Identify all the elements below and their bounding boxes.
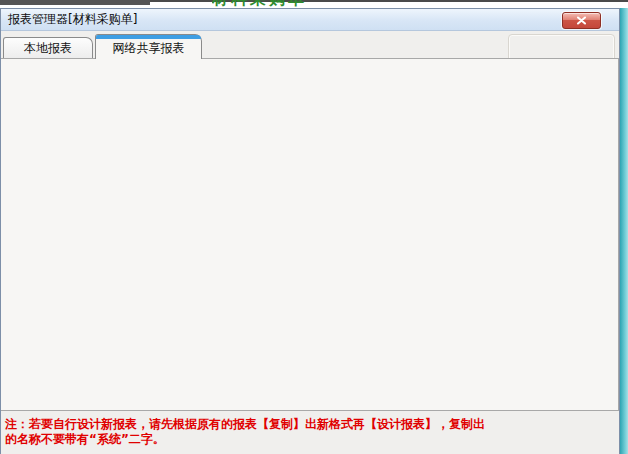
dialog-title: 报表管理器[材料采购单] xyxy=(8,11,137,28)
footer-note-line2: 的名称不要带有“系统”二字。 xyxy=(5,432,565,447)
screen: 材料采购单 报表管理器[材料采购单] 本地报表 网络共享报表 报表样式 xyxy=(0,0,628,454)
close-icon xyxy=(576,14,587,28)
report-manager-dialog: 报表管理器[材料采购单] 本地报表 网络共享报表 报表样式 报表名称 创建人 xyxy=(0,8,620,454)
tab-local-reports[interactable]: 本地报表 xyxy=(3,37,93,59)
active-tab-accent xyxy=(96,35,201,39)
tab-network-shared-reports-label: 网络共享报表 xyxy=(113,40,185,57)
background-window-title: 材料采购单 xyxy=(212,0,352,8)
background-window-strip xyxy=(620,8,628,454)
tab-network-shared-reports[interactable]: 网络共享报表 xyxy=(95,34,202,59)
title-bar[interactable]: 报表管理器[材料采购单] xyxy=(1,9,619,31)
tab-local-reports-label: 本地报表 xyxy=(24,40,72,57)
background-window-title-text: 材料采购单 xyxy=(212,0,352,8)
close-window-button[interactable] xyxy=(562,12,601,29)
footer-note: 注：若要自行设计新报表，请先根据原有的报表【复制】出新格式再【设计报表】，复制出… xyxy=(5,417,565,447)
background-window-corner xyxy=(0,0,150,5)
tab-page xyxy=(1,58,619,411)
footer-note-line1: 注：若要自行设计新报表，请先根据原有的报表【复制】出新格式再【设计报表】，复制出 xyxy=(5,417,565,432)
